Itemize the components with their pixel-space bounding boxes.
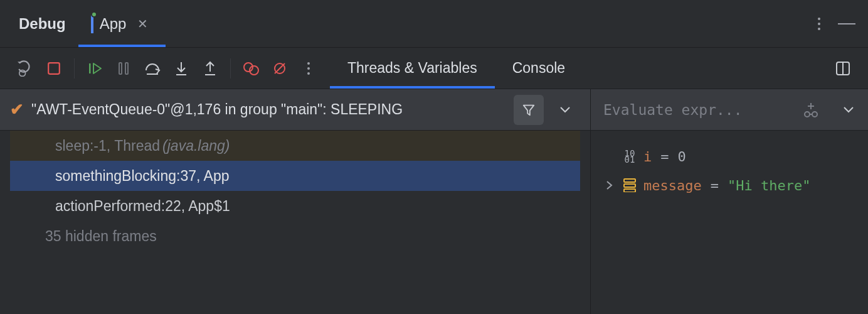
layout-settings-button[interactable]: [829, 55, 857, 82]
tab-app-label: App: [100, 15, 127, 33]
stack-frame[interactable]: actionPerformed:22, App$1: [10, 191, 580, 221]
bits-icon: 1001: [622, 150, 637, 163]
tab-run-config-app[interactable]: App ✕: [78, 0, 166, 47]
evaluate-expression-input[interactable]: [603, 102, 788, 118]
tab-debug-label: Debug: [19, 15, 66, 33]
variable-row[interactable]: message = "Hi there": [603, 171, 864, 200]
svg-rect-5: [119, 63, 122, 74]
step-over-button[interactable]: [139, 55, 166, 82]
frames-list: sleep:-1, Thread (java.lang)somethingBlo…: [0, 131, 590, 314]
stack-frame[interactable]: somethingBlocking:37, App: [10, 161, 580, 191]
svg-point-2: [24, 70, 26, 72]
resume-button[interactable]: [81, 55, 109, 82]
check-icon: ✔: [10, 100, 24, 119]
evaluate-row: [591, 89, 868, 131]
svg-rect-4: [89, 63, 91, 73]
tab-debug-toolwindow[interactable]: Debug: [6, 0, 78, 47]
tab-threads-label: Threads & Variables: [347, 60, 477, 77]
svg-point-20: [805, 112, 810, 117]
rerun-button[interactable]: [11, 55, 39, 82]
variable-row[interactable]: 1001i = 0: [603, 142, 864, 171]
filter-frames-button[interactable]: [514, 95, 544, 125]
svg-point-1: [19, 70, 21, 72]
variables-panel: 1001i = 0message = "Hi there": [591, 89, 868, 314]
step-out-button[interactable]: [196, 55, 224, 82]
pause-button[interactable]: [110, 55, 137, 82]
thread-label: "AWT-EventQueue-0"@1,176 in group "main"…: [31, 101, 403, 118]
svg-rect-3: [48, 63, 60, 74]
add-watch-button[interactable]: [796, 95, 826, 125]
expand-icon[interactable]: [603, 180, 616, 190]
svg-point-21: [812, 112, 817, 117]
variable-name: message: [643, 178, 702, 193]
stop-button[interactable]: [40, 55, 68, 82]
variables-list: 1001i = 0message = "Hi there": [591, 131, 868, 211]
variable-value: 0: [678, 149, 686, 165]
window-tabs: Debug App ✕: [0, 0, 868, 48]
svg-rect-6: [125, 63, 128, 74]
svg-rect-23: [624, 179, 635, 182]
tab-console-label: Console: [512, 60, 565, 77]
more-debug-actions[interactable]: [295, 55, 322, 82]
view-breakpoints-button[interactable]: [237, 55, 265, 82]
more-options-button[interactable]: [818, 18, 820, 30]
run-config-icon: [91, 15, 93, 33]
tab-threads-variables[interactable]: Threads & Variables: [330, 48, 495, 89]
step-into-button[interactable]: [167, 55, 195, 82]
thread-selector[interactable]: ✔ "AWT-EventQueue-0"@1,176 in group "mai…: [0, 89, 590, 131]
thread-dropdown-button[interactable]: [550, 95, 580, 125]
minimize-button[interactable]: [838, 23, 855, 24]
mute-breakpoints-button[interactable]: [266, 55, 294, 82]
close-tab-button[interactable]: ✕: [132, 16, 153, 31]
string-icon: [622, 178, 637, 192]
svg-rect-25: [624, 189, 635, 192]
variable-name: i: [643, 149, 652, 165]
variable-value: "Hi there": [728, 178, 810, 193]
expand-variables-button[interactable]: [834, 95, 864, 125]
svg-rect-24: [624, 184, 635, 187]
tab-console[interactable]: Console: [495, 48, 583, 89]
frames-panel: ✔ "AWT-EventQueue-0"@1,176 in group "mai…: [0, 89, 591, 314]
stack-frame[interactable]: sleep:-1, Thread (java.lang): [10, 131, 580, 161]
hidden-frames-label[interactable]: 35 hidden frames: [0, 221, 590, 251]
debug-toolbar: Threads & Variables Console: [0, 48, 868, 89]
